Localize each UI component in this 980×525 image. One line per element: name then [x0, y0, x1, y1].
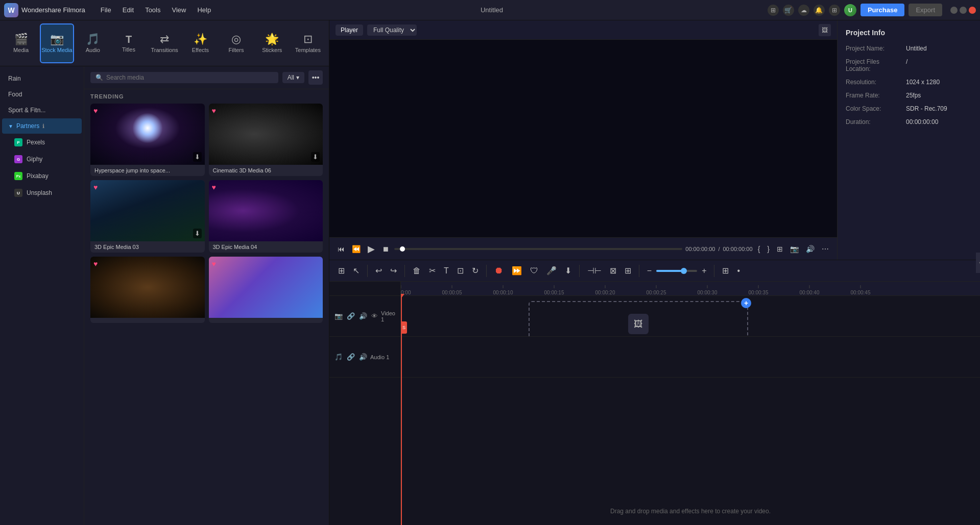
progress-thumb[interactable] — [400, 246, 405, 252]
toolbar-titles[interactable]: T Titles — [112, 23, 146, 63]
tl-delete-btn[interactable]: 🗑 — [410, 265, 423, 277]
more-options-button[interactable]: ••• — [308, 70, 323, 85]
tl-crop-btn[interactable]: ⊡ — [455, 264, 466, 277]
tl-overlay-btn[interactable]: ⊞ — [622, 264, 634, 277]
zoom-slider[interactable] — [656, 270, 697, 272]
download-icon-2[interactable]: ⬇ — [193, 229, 202, 238]
nav-rain[interactable]: Rain — [2, 71, 82, 86]
track-camera-btn[interactable]: 📷 — [333, 311, 344, 321]
nav-unsplash[interactable]: U Unsplash — [2, 185, 82, 201]
nav-sport[interactable]: Sport & Fitn... — [2, 103, 82, 118]
audio-btn[interactable]: 🔊 — [804, 244, 817, 254]
mark-out-button[interactable]: } — [765, 244, 772, 254]
download-icon-0[interactable]: ⬇ — [193, 152, 202, 162]
playhead[interactable] — [401, 296, 402, 525]
tl-transition-btn[interactable]: ⊠ — [607, 264, 619, 277]
toolbar-audio[interactable]: 🎵 Audio — [76, 23, 110, 63]
app-logo-icon: W — [4, 3, 18, 17]
menu-help[interactable]: Help — [192, 4, 216, 16]
minimize-button[interactable]: ─ — [950, 7, 958, 14]
tl-play-reverse-btn[interactable]: ⏩ — [509, 264, 524, 277]
tl-layout-btn[interactable]: ⊞ — [720, 264, 731, 277]
fav-icon-5[interactable]: ♥ — [212, 260, 216, 268]
cloud-icon[interactable]: ☁ — [798, 5, 809, 16]
timeline-track-area: S 🖼 + — [401, 296, 980, 525]
search-input[interactable] — [106, 74, 273, 81]
media-card-1[interactable]: ♥ ⬇ Cinematic 3D Media 06 — [209, 104, 323, 176]
nav-partners[interactable]: ▼ Partners ℹ — [2, 118, 82, 134]
nav-pexels[interactable]: P Pexels — [2, 134, 82, 151]
tl-freeze-btn[interactable]: 🛡 — [528, 265, 541, 277]
zoom-in-btn[interactable]: + — [699, 265, 709, 277]
quality-select[interactable]: Full Quality 1/2 Quality 1/4 Quality — [367, 24, 417, 36]
player-tab[interactable]: Player — [336, 24, 363, 36]
download-icon-1[interactable]: ⬇ — [311, 152, 320, 162]
preview-screenshot-btn[interactable]: 🖼 — [819, 24, 831, 36]
tl-rotate-btn[interactable]: ↻ — [469, 264, 481, 277]
track-eye-btn[interactable]: 👁 — [370, 311, 379, 321]
more-controls-btn[interactable]: ⋯ — [820, 244, 831, 254]
tl-split-btn[interactable]: ⊣⊢ — [585, 264, 604, 277]
menu-edit[interactable]: Edit — [117, 4, 139, 16]
grid-icon[interactable]: ⊞ — [829, 5, 840, 16]
skip-back-button[interactable]: ⏮ — [336, 244, 347, 254]
nav-giphy[interactable]: G Giphy — [2, 151, 82, 167]
fav-icon-2[interactable]: ♥ — [93, 183, 98, 191]
toolbar-stock-media[interactable]: 📷 Stock Media — [40, 23, 74, 63]
store-icon[interactable]: 🛒 — [783, 5, 794, 16]
toolbar-effects[interactable]: ✨ Effects — [183, 23, 217, 63]
toolbar-filters[interactable]: ◎ Filters — [219, 23, 253, 63]
menu-view[interactable]: View — [166, 4, 191, 16]
zoom-out-btn[interactable]: − — [644, 265, 654, 277]
tl-cut-btn[interactable]: ✂ — [426, 264, 438, 277]
snapshot-btn[interactable]: 📷 — [788, 244, 801, 254]
fav-icon-0[interactable]: ♥ — [93, 107, 98, 115]
maximize-button[interactable]: □ — [960, 7, 967, 14]
track-link2-btn[interactable]: 🔗 — [346, 352, 356, 362]
fav-icon-3[interactable]: ♥ — [212, 183, 216, 191]
media-card-2[interactable]: ♥ ⬇ 3D Epic Media 03 — [90, 180, 205, 253]
media-card-5[interactable]: ♥ — [209, 257, 323, 323]
tl-snap-btn[interactable]: ⊞ — [336, 264, 347, 277]
purchase-button[interactable]: Purchase — [861, 4, 905, 16]
fav-icon-1[interactable]: ♥ — [212, 107, 216, 115]
ruler-mark-7: 00:00:35 — [749, 290, 769, 295]
stop-button[interactable]: ⏹ — [380, 244, 391, 254]
filter-button[interactable]: All ▾ — [282, 72, 304, 83]
nav-food[interactable]: Food — [2, 87, 82, 102]
bell-icon[interactable]: 🔔 — [814, 5, 825, 16]
mark-in-button[interactable]: { — [756, 244, 762, 254]
tl-text-btn[interactable]: T — [441, 265, 451, 277]
tl-select-btn[interactable]: ↖ — [350, 264, 362, 277]
info-label-framerate: Frame Rate: — [846, 92, 902, 99]
user-avatar[interactable]: U — [844, 4, 856, 16]
progress-bar[interactable] — [394, 248, 682, 250]
track-audio-btn[interactable]: 🔊 — [358, 311, 368, 321]
track-mic-btn[interactable]: 🎵 — [333, 352, 344, 362]
media-card-0[interactable]: ♥ ⬇ Hyperspace jump into space... — [90, 104, 205, 176]
tl-more-btn[interactable]: • — [734, 265, 743, 277]
track-vol-btn[interactable]: 🔊 — [358, 352, 368, 362]
step-back-button[interactable]: ⏪ — [350, 244, 363, 254]
clip-to-timeline-btn[interactable]: ⊞ — [775, 244, 785, 254]
media-card-3[interactable]: ♥ 3D Epic Media 04 — [209, 180, 323, 253]
tl-redo-btn[interactable]: ↪ — [388, 264, 399, 277]
toolbar-templates[interactable]: ⊡ Templates — [291, 23, 325, 63]
toolbar-stickers[interactable]: 🌟 Stickers — [255, 23, 289, 63]
tl-undo-btn[interactable]: ↩ — [373, 264, 385, 277]
nav-pixabay[interactable]: Px Pixabay — [2, 168, 82, 184]
tl-mic-btn[interactable]: 🎤 — [544, 264, 559, 277]
toolbar-media[interactable]: 🎬 Media — [4, 23, 38, 63]
tl-export-frame-btn[interactable]: ⬇ — [562, 264, 574, 277]
menu-file[interactable]: File — [95, 4, 116, 16]
media-card-4[interactable]: ♥ — [90, 257, 205, 323]
export-button[interactable]: Export — [909, 4, 942, 16]
tl-record-btn[interactable]: ⏺ — [492, 264, 506, 278]
menu-tools[interactable]: Tools — [140, 4, 165, 16]
fav-icon-4[interactable]: ♥ — [93, 260, 98, 268]
close-button[interactable]: ✕ — [969, 7, 976, 14]
play-button[interactable]: ▶ — [366, 242, 377, 256]
layout-icon[interactable]: ⊞ — [768, 5, 779, 16]
toolbar-transitions[interactable]: ⇄ Transitions — [148, 23, 181, 63]
track-link-btn[interactable]: 🔗 — [346, 311, 356, 321]
